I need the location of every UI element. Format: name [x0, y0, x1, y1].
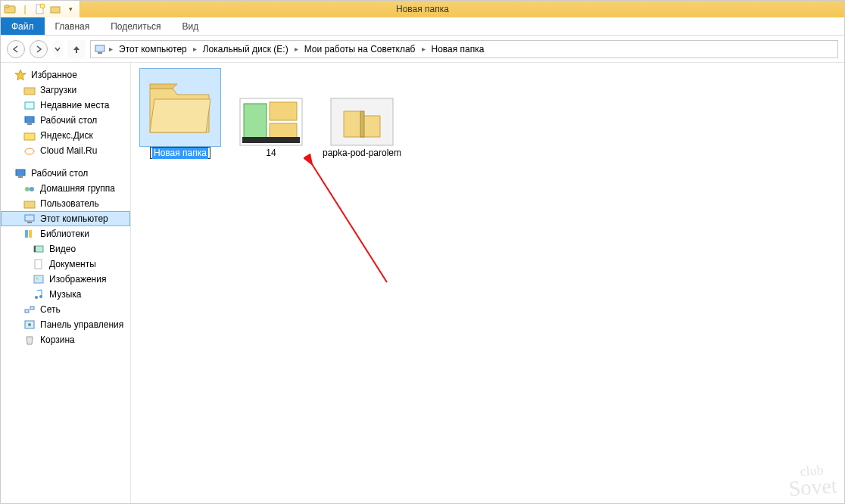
- svg-rect-8: [24, 88, 35, 95]
- tree-label: Недавние места: [40, 100, 109, 110]
- svg-rect-10: [25, 117, 34, 123]
- music-icon: [33, 288, 45, 300]
- sidebar-item-libraries[interactable]: Библиотеки: [1, 226, 130, 241]
- svg-rect-6: [98, 52, 102, 54]
- sidebar-item-user[interactable]: Пользователь: [1, 196, 130, 211]
- tree-label: Загрузки: [40, 85, 76, 95]
- svg-rect-4: [51, 7, 60, 13]
- sidebar-item-videos[interactable]: Видео: [1, 241, 130, 257]
- svg-rect-20: [27, 222, 32, 223]
- sidebar-item-downloads[interactable]: Загрузки: [1, 82, 130, 98]
- file-item-folder-new[interactable]: Новая папка: [140, 69, 220, 159]
- sidebar-item-this-pc[interactable]: Этот компьютер: [1, 211, 130, 226]
- tree-label: Видео: [49, 244, 76, 254]
- svg-point-3: [40, 4, 45, 8]
- tree-label: Рабочий стол: [31, 168, 88, 179]
- content-area[interactable]: Новая папка 14: [131, 63, 844, 503]
- tree-label: Музыка: [49, 289, 81, 300]
- control-panel-icon: [23, 319, 36, 331]
- history-dropdown-icon[interactable]: [52, 40, 63, 58]
- svg-point-27: [36, 278, 39, 280]
- sidebar-item-network[interactable]: Сеть: [1, 302, 130, 317]
- navbar: ▸ Этот компьютер ▸ Локальный диск (E:) ▸…: [1, 36, 844, 63]
- tree-label: Панель управления: [40, 319, 123, 330]
- svg-point-17: [30, 187, 34, 191]
- tree-label: Избранное: [31, 70, 77, 80]
- breadcrumb-seg-3[interactable]: Новая папка: [429, 41, 488, 58]
- chevron-right-icon[interactable]: ▸: [293, 45, 300, 53]
- chevron-right-icon[interactable]: ▸: [420, 45, 427, 53]
- new-file-icon[interactable]: [34, 3, 46, 15]
- breadcrumb-seg-2[interactable]: Мои работы на Советклаб: [301, 41, 419, 58]
- desktop-header[interactable]: Рабочий стол: [1, 166, 130, 181]
- tree-label: Библиотеки: [40, 229, 89, 239]
- address-bar[interactable]: ▸ Этот компьютер ▸ Локальный диск (E:) ▸…: [90, 40, 838, 58]
- svg-rect-1: [5, 5, 9, 8]
- up-button[interactable]: [67, 40, 86, 58]
- breadcrumb-seg-0[interactable]: Этот компьютер: [116, 41, 190, 58]
- breadcrumb-label: Новая папка: [432, 44, 485, 54]
- tab-share[interactable]: Поделиться: [100, 17, 171, 35]
- tree-label: Документы: [49, 259, 96, 269]
- libraries-icon: [23, 228, 36, 240]
- sidebar-item-recent[interactable]: Недавние места: [1, 98, 130, 113]
- tab-home[interactable]: Главная: [45, 17, 101, 35]
- forward-button[interactable]: [30, 40, 48, 58]
- svg-point-28: [35, 296, 38, 299]
- watermark: club Sovet: [787, 461, 838, 497]
- svg-rect-24: [34, 246, 36, 252]
- file-label: 14: [266, 146, 276, 158]
- sidebar-item-homegroup[interactable]: Домашняя группа: [1, 181, 130, 196]
- svg-rect-18: [24, 201, 35, 208]
- sidebar-item-yandex[interactable]: Яндекс.Диск: [1, 128, 130, 143]
- sidebar-item-recycle-bin[interactable]: Корзина: [1, 332, 130, 347]
- svg-rect-12: [24, 133, 35, 140]
- star-icon: [14, 69, 27, 81]
- cloud-icon: [23, 145, 36, 157]
- chevron-right-icon[interactable]: ▸: [108, 45, 114, 53]
- recent-icon: [23, 99, 36, 111]
- qat-dropdown-icon[interactable]: ▾: [64, 3, 76, 15]
- sidebar-item-desktop-fav[interactable]: Рабочий стол: [1, 113, 130, 128]
- svg-rect-5: [95, 45, 104, 51]
- file-item-14[interactable]: 14: [231, 69, 311, 158]
- svg-rect-40: [360, 111, 364, 137]
- rename-field[interactable]: Новая папка: [150, 148, 210, 159]
- tab-file[interactable]: Файл: [1, 17, 45, 35]
- tab-view[interactable]: Вид: [171, 17, 209, 35]
- svg-point-29: [39, 295, 42, 298]
- folder-icon[interactable]: [4, 3, 16, 15]
- svg-rect-25: [35, 260, 42, 269]
- sidebar-item-pictures[interactable]: Изображения: [1, 272, 130, 287]
- tree-label: Этот компьютер: [40, 213, 108, 224]
- tree-label: Яндекс.Диск: [40, 130, 93, 141]
- image-thumb-icon: [231, 69, 311, 146]
- desktop-icon: [23, 114, 36, 126]
- svg-rect-11: [27, 123, 32, 125]
- file-item-papka[interactable]: papka-pod-parolem: [322, 69, 402, 158]
- image-thumb-icon: [322, 69, 402, 146]
- chevron-right-icon[interactable]: ▸: [192, 45, 198, 53]
- titlebar: | ▾ Новая папка: [1, 1, 844, 17]
- rename-input-text[interactable]: Новая папка: [152, 148, 208, 159]
- favorites-header[interactable]: Избранное: [1, 67, 130, 82]
- svg-rect-21: [25, 230, 28, 238]
- svg-point-33: [28, 323, 31, 326]
- breadcrumb-label: Локальный диск (E:): [203, 44, 288, 54]
- sidebar-item-cloud[interactable]: Cloud Mail.Ru: [1, 143, 130, 158]
- svg-rect-30: [25, 310, 29, 313]
- recycle-bin-icon: [23, 334, 36, 346]
- window-title: Новая папка: [1, 4, 844, 14]
- folder-icon: [23, 84, 36, 96]
- sidebar-item-music[interactable]: Музыка: [1, 287, 130, 302]
- sidebar-item-documents[interactable]: Документы: [1, 257, 130, 272]
- breadcrumb-seg-1[interactable]: Локальный диск (E:): [200, 41, 292, 58]
- folder-small-icon[interactable]: [49, 3, 61, 15]
- document-icon: [33, 258, 45, 270]
- svg-line-41: [308, 158, 387, 282]
- tree-label: Cloud Mail.Ru: [40, 145, 97, 156]
- back-button[interactable]: [7, 40, 25, 58]
- sidebar-item-control-panel[interactable]: Панель управления: [1, 317, 130, 332]
- sidebar: Избранное Загрузки Недавние места Рабочи…: [1, 63, 131, 503]
- annotation-arrow: [304, 154, 394, 290]
